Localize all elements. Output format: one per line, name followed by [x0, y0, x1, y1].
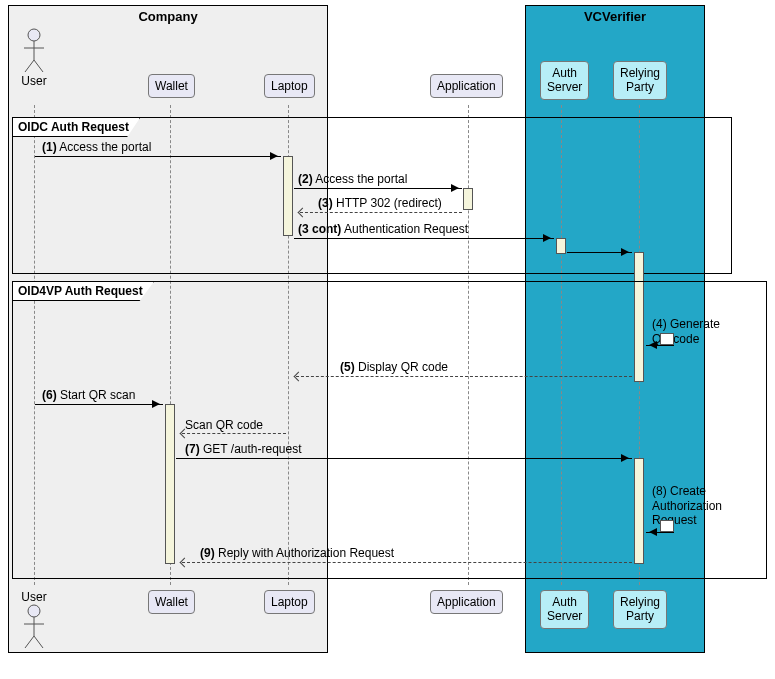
user-top-label: User: [14, 74, 54, 88]
svg-line-3: [25, 60, 34, 72]
msg-9: (9) Reply with Authorization Request: [200, 546, 394, 560]
wallet-activation: [165, 404, 175, 564]
arrow-7: [176, 458, 632, 459]
msg-6: (6) Start QR scan: [42, 388, 135, 402]
application-participant-bottom: Application: [430, 590, 503, 614]
arrow-5: [296, 376, 632, 377]
vcverifier-title: VCVerifier: [526, 6, 704, 27]
msg-scan: Scan QR code: [185, 418, 263, 432]
arrow-3: [300, 212, 462, 213]
user-actor-bottom: User: [14, 590, 54, 650]
wallet-participant-bottom: Wallet: [148, 590, 195, 614]
svg-line-8: [25, 636, 34, 648]
application-participant-top: Application: [430, 74, 503, 98]
arrow-1: [35, 156, 281, 157]
svg-line-4: [34, 60, 43, 72]
arrow-8-self: [646, 520, 674, 534]
authserver-participant-top: Auth Server: [540, 61, 589, 100]
laptop-participant-top: Laptop: [264, 74, 315, 98]
msg-2: (2) Access the portal: [298, 172, 407, 186]
relyingparty-participant-bottom: Relying Party: [613, 590, 667, 629]
arrow-6: [35, 404, 163, 405]
person-icon: [22, 604, 46, 650]
authserver-activation: [556, 238, 566, 254]
msg-7: (7) GET /auth-request: [185, 442, 302, 456]
arrow-4-self: [646, 333, 674, 347]
authserver-participant-bottom: Auth Server: [540, 590, 589, 629]
arrow-9: [182, 562, 632, 563]
arrow-3c: [294, 238, 554, 239]
svg-point-5: [28, 605, 40, 617]
laptop-participant-bottom: Laptop: [264, 590, 315, 614]
wallet-participant-top: Wallet: [148, 74, 195, 98]
relyingparty-activation-2: [634, 458, 644, 564]
application-activation: [463, 188, 473, 210]
laptop-activation-1: [283, 156, 293, 236]
arrow-scan: [182, 433, 286, 434]
msg-8: (8) Create Authorization Request: [652, 470, 722, 528]
svg-line-9: [34, 636, 43, 648]
person-icon: [22, 28, 46, 74]
oidc-frame-label: OIDC Auth Request: [13, 118, 140, 137]
company-title: Company: [9, 6, 327, 27]
msg-3c: (3 cont) Authentication Request: [298, 222, 468, 236]
msg-3: (3) HTTP 302 (redirect): [318, 196, 442, 210]
msg-5: (5) Display QR code: [340, 360, 448, 374]
user-bottom-label: User: [14, 590, 54, 604]
arrow-3c-relay: [567, 252, 632, 253]
relyingparty-participant-top: Relying Party: [613, 61, 667, 100]
oid4vp-frame-label: OID4VP Auth Request: [13, 282, 154, 301]
svg-point-0: [28, 29, 40, 41]
user-actor-top: User: [14, 28, 54, 88]
msg-1: (1) Access the portal: [42, 140, 151, 154]
arrow-2: [294, 188, 462, 189]
